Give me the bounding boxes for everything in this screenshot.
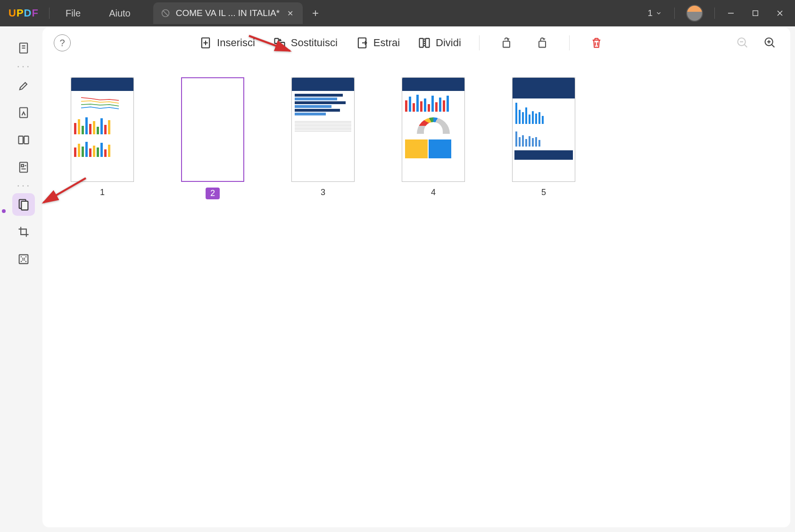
svg-rect-1 (753, 11, 758, 16)
sidebar-form[interactable] (12, 156, 35, 179)
help-button[interactable]: ? (54, 34, 71, 51)
separator (569, 35, 570, 50)
close-window-button[interactable] (770, 3, 790, 24)
zoom-in-button[interactable] (761, 34, 779, 52)
page-number: 1 (647, 8, 653, 18)
separator (714, 8, 715, 19)
page-label: 1 (100, 188, 105, 197)
page-label: 4 (431, 188, 436, 197)
page-label: 3 (321, 188, 325, 197)
chevron-down-icon (655, 10, 662, 16)
sidebar-highlight[interactable] (12, 74, 35, 97)
page-preview (71, 77, 134, 182)
main-content: ? Inserisci Sostituisci Estrai Dividi (42, 27, 790, 527)
svg-rect-6 (20, 163, 27, 172)
separator (674, 8, 675, 19)
replace-label: Sostituisci (291, 37, 338, 49)
separator: • • • (17, 183, 30, 188)
sidebar-edit[interactable] (12, 101, 35, 124)
document-tab[interactable]: COME VA IL ... IN ITALIA* ✕ (153, 2, 303, 24)
titlebar: UPDF File Aiuto COME VA IL ... IN ITALIA… (0, 0, 795, 26)
svg-rect-4 (19, 136, 23, 144)
page-label: 2 (206, 188, 220, 199)
page-preview (402, 77, 465, 182)
page-thumbnail-1[interactable]: 1 (71, 77, 134, 197)
thumbnail-grid: 1 2 (42, 58, 790, 527)
menu-file[interactable]: File (51, 8, 95, 19)
minimize-button[interactable] (720, 3, 741, 24)
zoom-out-button[interactable] (734, 34, 752, 52)
svg-rect-15 (420, 39, 423, 48)
delete-button[interactable] (588, 34, 605, 52)
svg-rect-17 (503, 41, 510, 48)
insert-label: Inserisci (217, 37, 255, 49)
svg-rect-10 (19, 255, 28, 264)
separator: • • • (17, 64, 30, 69)
svg-rect-16 (425, 39, 429, 48)
page-preview (512, 77, 575, 182)
sidebar-reader[interactable] (12, 37, 35, 59)
page-label: 5 (541, 188, 546, 197)
extract-label: Estrai (373, 37, 400, 49)
separator (479, 35, 480, 50)
page-preview (291, 77, 355, 182)
page-thumbnail-3[interactable]: 3 (291, 77, 355, 197)
svg-rect-7 (21, 164, 24, 167)
sidebar-redact[interactable] (12, 248, 35, 270)
page-thumbnail-4[interactable]: 4 (402, 77, 465, 197)
svg-rect-9 (21, 201, 28, 210)
insert-icon (199, 36, 212, 49)
maximize-button[interactable] (745, 3, 766, 24)
page-indicator[interactable]: 1 (641, 8, 669, 18)
svg-rect-18 (539, 41, 546, 48)
insert-button[interactable]: Inserisci (199, 36, 255, 49)
svg-rect-12 (274, 39, 278, 44)
split-label: Dividi (436, 37, 461, 49)
replace-icon (273, 36, 286, 49)
tab-close-button[interactable]: ✕ (285, 9, 295, 18)
separator (49, 8, 50, 19)
split-icon (418, 36, 431, 49)
document-icon (161, 8, 170, 18)
sidebar-compare[interactable] (12, 129, 35, 151)
sidebar-organize[interactable] (12, 193, 35, 216)
extract-button[interactable]: Estrai (356, 36, 400, 49)
extract-icon (356, 36, 369, 49)
user-avatar[interactable] (686, 5, 703, 22)
page-preview (181, 77, 244, 182)
rotate-left-button[interactable] (497, 34, 515, 52)
new-tab-button[interactable]: + (303, 7, 328, 20)
page-thumbnail-2[interactable]: 2 (181, 77, 244, 199)
replace-button[interactable]: Sostituisci (273, 36, 338, 49)
sidebar-crop[interactable] (12, 221, 35, 243)
app-logo: UPDF (0, 7, 47, 19)
menu-help[interactable]: Aiuto (95, 8, 145, 19)
split-button[interactable]: Dividi (418, 36, 461, 49)
page-toolbar: ? Inserisci Sostituisci Estrai Dividi (42, 27, 790, 58)
page-thumbnail-5[interactable]: 5 (512, 77, 575, 197)
active-indicator (2, 209, 6, 213)
sidebar: • • • • • • (5, 27, 42, 532)
rotate-right-button[interactable] (533, 34, 551, 52)
svg-rect-5 (24, 136, 28, 144)
tab-title: COME VA IL ... IN ITALIA* (176, 8, 280, 18)
svg-rect-13 (281, 42, 284, 48)
